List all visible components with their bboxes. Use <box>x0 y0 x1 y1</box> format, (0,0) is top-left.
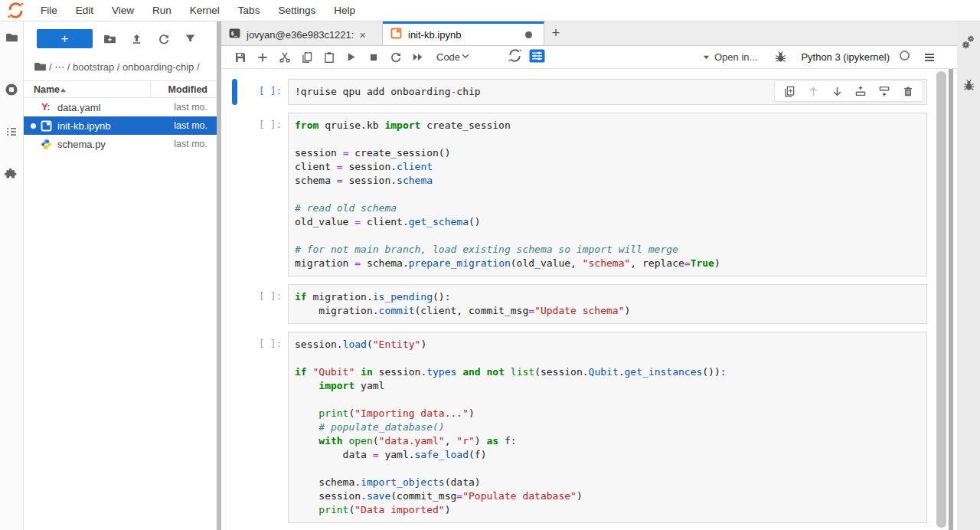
cell-prompt: [ ]: <box>237 113 288 276</box>
dock-tab[interactable]: $_ jovyan@e36e983c1221: ~ × <box>221 21 383 45</box>
insert-below-cell-button[interactable] <box>875 83 893 100</box>
cell-prompt: [ ]: <box>237 332 288 523</box>
dock-tab[interactable]: init-kb.ipynb <box>383 21 544 45</box>
add-button[interactable] <box>251 47 273 67</box>
stop-button[interactable] <box>362 47 384 67</box>
menu-item-view[interactable]: View <box>103 0 143 21</box>
file-row[interactable]: schema.py last mo. <box>24 135 217 153</box>
insert-below-icon <box>878 85 890 97</box>
hamburger-icon <box>923 51 936 64</box>
code-line: with open("data.yaml", "r") as f: <box>295 434 920 448</box>
tab-label: init-kb.ipynb <box>408 29 461 41</box>
sidebar-tab-file-browser[interactable] <box>0 28 24 47</box>
save-button[interactable] <box>229 47 251 67</box>
scrollbar-thumb[interactable] <box>936 71 946 528</box>
copy-button[interactable] <box>296 47 318 67</box>
paste-button[interactable] <box>318 47 340 67</box>
folder-icon <box>5 31 18 44</box>
tab-label: jovyan@e36e983c1221: ~ <box>247 29 357 41</box>
move-up-cell-button[interactable] <box>804 83 822 100</box>
code-line: # read old schema <box>295 201 920 215</box>
code-line: schema = session.schema <box>295 174 920 188</box>
new-launcher-button[interactable]: + <box>37 29 93 48</box>
new-folder-button[interactable] <box>96 29 123 48</box>
file-row[interactable]: init-kb.ipynb last mo. <box>24 116 217 135</box>
file-row[interactable]: Y: data.yaml last mo. <box>24 98 217 116</box>
sidebar-tab-table-of-contents[interactable] <box>0 122 24 142</box>
code-line: session.load("Entity") <box>295 338 920 352</box>
sidebar-tab-extensions[interactable] <box>0 164 24 184</box>
code-line: if "Qubit" in session.types and not list… <box>295 365 920 379</box>
cut-button[interactable] <box>273 47 296 67</box>
menu-item-run[interactable]: Run <box>143 0 181 21</box>
cell-editor[interactable]: session.load("Entity") if "Qubit" in ses… <box>288 332 927 523</box>
sidebar-tab-debugger[interactable] <box>957 75 980 95</box>
restart-button[interactable] <box>384 47 407 67</box>
running-icon <box>5 83 18 97</box>
file-name: init-kb.ipynb <box>57 120 154 132</box>
notebook-cell-3: [ ]: if migration.is_pending(): migratio… <box>232 284 936 324</box>
menu-item-tabs[interactable]: Tabs <box>229 0 270 21</box>
code-line: # for not main branch, load existing sch… <box>295 243 920 257</box>
duplicate-cell-button[interactable] <box>780 83 799 100</box>
swoosh-icon <box>508 48 522 63</box>
open-in-dropdown[interactable]: Open in... <box>703 51 757 63</box>
cell-editor[interactable]: if migration.is_pending(): migration.com… <box>288 284 927 324</box>
sidebar-tab-running-sessions[interactable] <box>0 80 24 100</box>
filter-button[interactable] <box>177 29 204 48</box>
sidebar-tab-property-inspector[interactable] <box>957 32 980 52</box>
kernel-name[interactable]: Python 3 (ipykernel) <box>801 51 890 63</box>
cell-editor[interactable]: from qruise.kb import create_session ses… <box>288 113 927 276</box>
run-button[interactable] <box>340 47 362 67</box>
cell-collapser[interactable] <box>232 332 237 523</box>
tab-close-icon[interactable]: × <box>357 29 368 41</box>
code-line: migration = schema.prepare_migration(old… <box>295 257 920 270</box>
menubar: FileEditViewRunKernelTabsSettingsHelp <box>0 0 980 21</box>
kernel-status-icon <box>899 50 910 61</box>
run-all-icon <box>411 51 424 63</box>
filter-icon <box>185 33 196 44</box>
menu-item-settings[interactable]: Settings <box>269 0 325 21</box>
breadcrumb[interactable]: / ⋯ / bootstrap / onboarding-chip / <box>24 53 215 80</box>
refresh-button[interactable] <box>150 29 177 48</box>
add-tab-button[interactable]: + <box>544 21 567 45</box>
swoosh-icon-button[interactable] <box>504 47 526 67</box>
column-header-modified[interactable]: Modified <box>151 84 217 95</box>
panel-icon <box>529 49 545 63</box>
menu-item-help[interactable]: Help <box>325 0 364 21</box>
menu-item-edit[interactable]: Edit <box>67 0 103 21</box>
cell-collapser[interactable] <box>232 284 237 324</box>
kernel-status-icon[interactable] <box>899 50 910 64</box>
copy-icon <box>301 51 313 64</box>
code-line: if migration.is_pending(): <box>295 290 920 304</box>
toolbar-menu-button[interactable] <box>918 47 940 67</box>
cell-prompt: [ ]: <box>237 284 288 324</box>
panel-scrollbar[interactable] <box>949 69 953 530</box>
code-line: data = yaml.safe_load(f) <box>295 448 920 462</box>
move-down-cell-button[interactable] <box>828 83 846 100</box>
panel-settings-button[interactable] <box>526 47 548 67</box>
code-line: session = create_session() <box>295 146 920 160</box>
file-list: Y: data.yaml last mo. init-kb.ipynb last… <box>24 98 217 153</box>
insert-above-cell-button[interactable] <box>851 83 870 100</box>
column-header-name[interactable]: Name <box>24 81 150 97</box>
code-line <box>295 462 920 476</box>
cell-collapser[interactable] <box>232 79 237 105</box>
upload-button[interactable] <box>123 29 150 48</box>
debugger-toggle-button[interactable] <box>769 47 792 67</box>
code-line: print("Data imported") <box>295 503 920 517</box>
unsaved-changes-dot[interactable] <box>525 31 532 38</box>
menu-item-kernel[interactable]: Kernel <box>181 0 229 21</box>
code-line <box>295 229 920 243</box>
save-icon <box>234 51 247 64</box>
code-line <box>295 393 920 407</box>
trash-cell-button[interactable] <box>899 83 917 100</box>
file-modified: last mo. <box>154 139 217 149</box>
cell-collapser[interactable] <box>232 113 237 276</box>
menu-item-file[interactable]: File <box>31 0 67 21</box>
run-all-button[interactable] <box>407 47 429 67</box>
chevron-down-icon <box>460 51 471 61</box>
notebook-tab-icon <box>390 28 402 39</box>
code-line <box>295 132 920 146</box>
cell-type-dropdown[interactable]: Code <box>432 48 504 67</box>
